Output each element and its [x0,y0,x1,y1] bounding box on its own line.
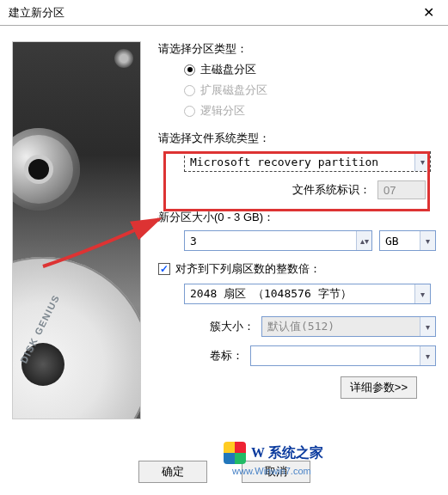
disk-illustration: DISK GENIUS [12,41,141,419]
radio-primary-label: 主磁盘分区 [200,62,256,77]
size-input[interactable]: 3 ▴▾ [184,230,372,251]
align-value: 2048 扇区 （1048576 字节） [185,286,414,302]
fs-type-combo[interactable]: Microsoft recovery partition ▾ [184,151,431,172]
chevron-down-icon: ▾ [414,152,430,171]
checkbox-icon: ✓ [158,263,170,275]
cluster-label: 簇大小： [210,319,255,334]
stepper-icon: ▴▾ [356,231,371,250]
fs-id-value: 07 [377,180,426,199]
fs-type-label: 请选择文件系统类型： [158,131,436,146]
size-value: 3 [185,235,356,248]
radio-extended: 扩展磁盘分区 [184,82,436,98]
chevron-down-icon: ▾ [420,346,435,365]
details-button-label: 详细参数>> [350,380,408,395]
close-icon[interactable]: ✕ [418,4,439,21]
window-title: 建立新分区 [9,5,418,21]
radio-extended-label: 扩展磁盘分区 [200,82,267,98]
watermark: W 系统之家 [224,442,323,464]
partition-type-label: 请选择分区类型： [158,41,436,57]
chevron-down-icon: ▾ [420,231,435,250]
align-combo[interactable]: 2048 扇区 （1048576 字节） ▾ [184,284,431,304]
watermark-url: www.Winwin7.com [232,466,311,476]
ok-button-label: 确定 [162,464,184,480]
fs-id-label: 文件系统标识： [292,182,371,198]
watermark-text: W 系统之家 [251,444,323,462]
radio-icon [184,64,195,76]
logo-icon [224,442,246,464]
fs-type-value: Microsoft recovery partition [185,156,414,168]
radio-logical-label: 逻辑分区 [200,103,245,119]
radio-icon [184,106,195,117]
volume-input[interactable]: ▾ [250,345,436,366]
radio-primary[interactable]: 主磁盘分区 [184,62,436,77]
chevron-down-icon: ▾ [420,317,435,336]
partition-type-group: 主磁盘分区 扩展磁盘分区 逻辑分区 [184,62,436,119]
cluster-value: 默认值(512) [262,319,420,334]
titlebar: 建立新分区 ✕ [0,0,448,26]
volume-label: 卷标： [210,348,243,364]
radio-logical: 逻辑分区 [184,103,436,119]
radio-icon [184,85,195,96]
align-label: 对齐到下列扇区数的整数倍： [175,261,321,277]
size-label: 新分区大小(0 - 3 GB)： [158,210,436,225]
size-unit-value: GB [380,235,420,248]
chevron-down-icon: ▾ [414,284,430,303]
ok-button[interactable]: 确定 [138,461,207,483]
details-button[interactable]: 详细参数>> [341,376,417,399]
align-checkbox-row[interactable]: ✓ 对齐到下列扇区数的整数倍： [158,261,436,277]
size-unit-combo[interactable]: GB ▾ [379,230,436,251]
cluster-combo[interactable]: 默认值(512) ▾ [261,316,436,337]
